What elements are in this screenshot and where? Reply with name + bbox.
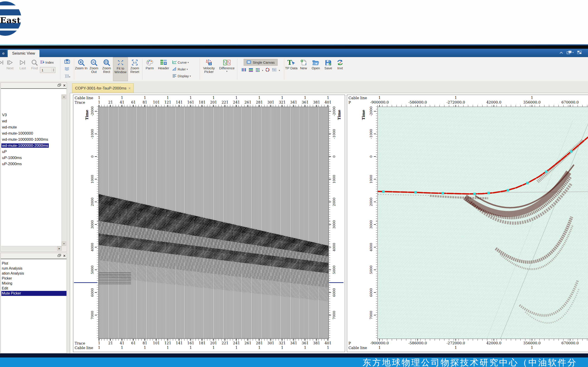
- last-button[interactable]: Last: [16, 57, 29, 81]
- axis-tick: [316, 105, 317, 107]
- tool-item[interactable]: Mute Picker: [1, 291, 67, 296]
- next-icon: [7, 59, 13, 66]
- ruler-icon: [172, 67, 177, 71]
- dataset-item[interactable]: uP: [1, 149, 61, 155]
- tool-item[interactable]: Edit: [1, 286, 67, 291]
- cable-line-mark: 1: [378, 345, 381, 350]
- zoom-in-button[interactable]: Zoom In: [75, 57, 87, 81]
- axis-tick: [133, 105, 134, 107]
- trace-label: 241: [233, 341, 240, 345]
- dataset-item[interactable]: wd: [1, 118, 61, 124]
- dataset-item[interactable]: uP-1000ms: [1, 155, 61, 161]
- index-spinbox[interactable]: 1 ▲▼: [40, 67, 55, 73]
- time-tick-label: -1000: [332, 129, 336, 139]
- save-icon: [325, 59, 332, 66]
- dataset-item[interactable]: wd-mute: [1, 124, 61, 130]
- zoom-reset-icon: 1:1: [131, 59, 138, 66]
- cable-line-mark: 1: [235, 96, 238, 100]
- trace-label: 181: [199, 341, 206, 345]
- tool-item[interactable]: rum Analysis: [1, 266, 67, 271]
- velocity-picker-button[interactable]: V Velocity Picker: [200, 57, 217, 81]
- trace-label: 121: [164, 100, 171, 104]
- trace-label: 1: [98, 100, 100, 104]
- tab-seismic-view[interactable]: Seismic View: [8, 50, 39, 57]
- ruler-menu[interactable]: Ruler▾: [172, 66, 199, 73]
- window-switch-icon[interactable]: [567, 50, 573, 55]
- trace-label: 241: [233, 100, 240, 104]
- layout-cycle-icon[interactable]: [265, 67, 270, 73]
- curve-icon: [172, 60, 177, 65]
- time-tick-label: 7000: [90, 311, 94, 319]
- close-panel-icon[interactable]: ×: [63, 254, 66, 258]
- axis-tick: [532, 339, 532, 341]
- time-tick-label: 4000: [90, 243, 94, 251]
- index-spinner[interactable]: ▲▼: [52, 68, 55, 72]
- zoom-rect-button[interactable]: Zoom Rect: [100, 57, 113, 81]
- document-tab[interactable]: COPY-3001-for-TauP-2000ms ×: [72, 83, 134, 93]
- dataset-item[interactable]: uP-2000ms: [1, 161, 61, 167]
- layout-columns-icon[interactable]: [241, 68, 246, 73]
- float-panel-icon[interactable]: [58, 83, 61, 87]
- curve-menu[interactable]: Curve▾: [172, 59, 199, 66]
- collapse-ribbon-icon[interactable]: [559, 51, 563, 55]
- tool-item[interactable]: Picker: [1, 276, 67, 281]
- axis-tick: [122, 339, 122, 341]
- datasets-hscrollbar[interactable]: ▶: [1, 246, 62, 251]
- cable-line-mark: 1: [327, 345, 329, 350]
- dataset-item[interactable]: wd-mute-1000000: [1, 130, 61, 136]
- scroll-down-icon[interactable]: ▼: [62, 242, 66, 246]
- layout-grid-icon[interactable]: [255, 68, 260, 73]
- right-axis-layer: -900000.0-900000.0-586000.0-586000.0-272…: [347, 95, 588, 352]
- trace-label: 381: [313, 100, 320, 104]
- seismic-wiggle-view[interactable]: Cable line Trace Trace Cable line Time T…: [73, 95, 345, 352]
- parm-button[interactable]: Parm: [143, 57, 156, 81]
- wiggle-display-icon[interactable]: [64, 67, 70, 72]
- find-button[interactable]: Find: [29, 57, 40, 81]
- agc-icon[interactable]: [64, 74, 70, 79]
- layout-rows-icon[interactable]: [248, 68, 253, 73]
- taup-mute-picker-view[interactable]: Cable line P P Cable line Time -900000.0…: [347, 95, 588, 352]
- axis-tick: [305, 339, 305, 341]
- difference-button[interactable]: Difference ▾: [217, 57, 236, 81]
- tool-item[interactable]: ation Analysis: [1, 271, 67, 276]
- axis-tick: [156, 105, 156, 107]
- time-tick-label: 3000: [90, 220, 94, 229]
- dataset-item[interactable]: wd-mute-1000000-1000ms: [1, 136, 61, 142]
- open-button[interactable]: Open: [309, 57, 322, 81]
- header-button[interactable]: H Header: [156, 57, 171, 81]
- scroll-up-icon[interactable]: ▲: [62, 94, 66, 99]
- save-button[interactable]: Save: [322, 57, 334, 81]
- dataset-item[interactable]: wd-mute-1000000-2000ms: [1, 142, 61, 149]
- time-tick-label: 5000: [369, 266, 373, 274]
- axis-tick: [145, 105, 145, 107]
- datasets-vscrollbar[interactable]: ▲ ▼: [61, 94, 66, 246]
- time-tick-label: -2000: [332, 106, 336, 116]
- window-layout-icon[interactable]: [577, 50, 582, 55]
- tab-close-icon[interactable]: ×: [128, 86, 130, 90]
- snapshot-icon[interactable]: [64, 59, 70, 65]
- fit-to-window-button[interactable]: ↖↗↙↘ Fit to Window: [113, 57, 128, 81]
- cable-line-mark: 1: [258, 96, 260, 100]
- float-panel-icon[interactable]: [58, 254, 61, 258]
- tab-home-partial[interactable]: e: [0, 50, 7, 57]
- single-canvas-toggle[interactable]: Single Canvas: [244, 59, 278, 66]
- trace-label: 161: [187, 100, 194, 104]
- close-panel-icon[interactable]: ×: [63, 83, 66, 87]
- tool-item[interactable]: Plot: [1, 261, 67, 266]
- trace-group-icon[interactable]: [272, 68, 277, 73]
- zoom-out-button[interactable]: Zoom Out: [87, 57, 100, 81]
- trace-label: 161: [187, 341, 194, 345]
- zoom-reset-button[interactable]: 1:1 Zoom Reset: [128, 57, 142, 81]
- dataset-item[interactable]: V3: [1, 112, 61, 118]
- tp-data-button[interactable]: T TP Data: [285, 57, 298, 81]
- invt-button[interactable]: Invt: [334, 57, 346, 81]
- new-button[interactable]: T New: [298, 57, 309, 81]
- tool-item[interactable]: Mixing: [1, 281, 67, 286]
- p-label: 42000.0: [486, 341, 501, 345]
- next-button[interactable]: Next: [4, 57, 16, 81]
- p-label: -900000.0: [370, 341, 389, 345]
- scroll-right-icon[interactable]: ▶: [57, 246, 62, 251]
- display-menu[interactable]: Display▾: [172, 73, 199, 79]
- time-tick-label: 3000: [369, 220, 373, 229]
- axis-tick: [271, 105, 271, 107]
